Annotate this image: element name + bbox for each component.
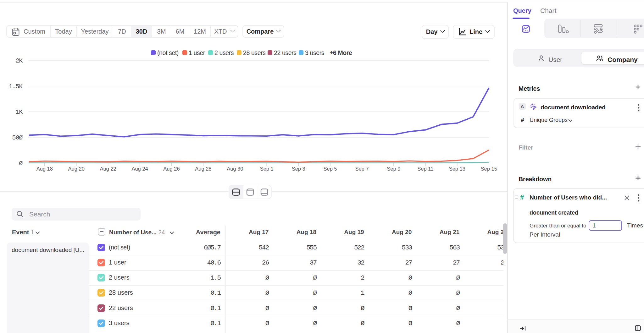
svg-text:Sep 1: Sep 1 xyxy=(260,166,274,172)
svg-text:1.5K: 1.5K xyxy=(9,83,23,90)
svg-text:Aug 18: Aug 18 xyxy=(36,166,53,172)
svg-text:Sep 11: Sep 11 xyxy=(417,166,433,172)
svg-text:Aug 28: Aug 28 xyxy=(195,166,211,172)
svg-text:5ØØ: 5ØØ xyxy=(12,134,23,141)
svg-text:Aug 20: Aug 20 xyxy=(68,166,85,172)
svg-text:Sep 3: Sep 3 xyxy=(292,166,305,172)
svg-text:Aug 24: Aug 24 xyxy=(131,166,148,172)
svg-text:Sep 15: Sep 15 xyxy=(481,166,497,172)
svg-text:Sep 5: Sep 5 xyxy=(324,166,337,172)
svg-text:1K: 1K xyxy=(15,108,23,116)
svg-text:Aug 26: Aug 26 xyxy=(163,166,180,172)
svg-text:Sep 9: Sep 9 xyxy=(387,166,400,172)
svg-text:Sep 7: Sep 7 xyxy=(355,166,369,172)
svg-text:Ø: Ø xyxy=(19,160,23,167)
svg-text:Aug 22: Aug 22 xyxy=(100,166,116,172)
svg-text:Aug 30: Aug 30 xyxy=(227,166,243,172)
svg-text:Sep 13: Sep 13 xyxy=(449,166,465,172)
svg-text:2K: 2K xyxy=(15,57,23,64)
